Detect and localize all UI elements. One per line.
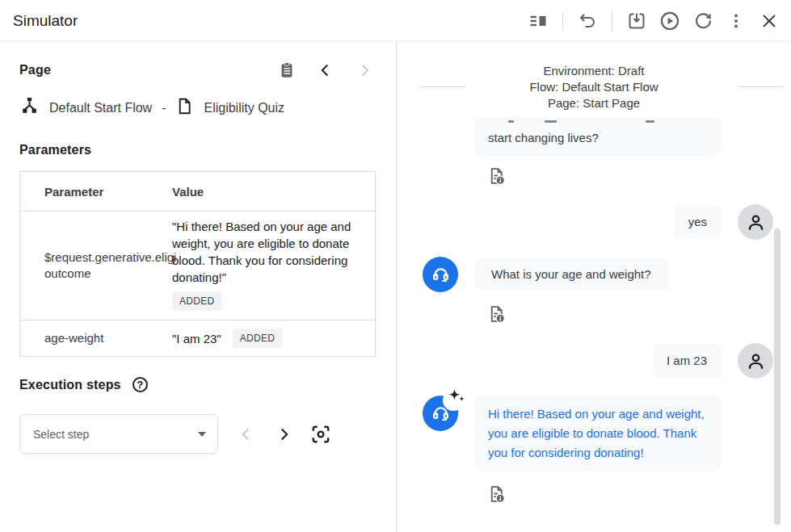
- header-rule-left: [419, 86, 465, 87]
- sparkle-icon: [444, 387, 469, 414]
- parameter-value: "I am 23": [172, 330, 221, 347]
- user-message-row: I am 23: [397, 343, 791, 379]
- original-response-icon[interactable]: [487, 166, 507, 186]
- page-section-header: Page: [19, 61, 377, 79]
- header-rule-right: [738, 86, 784, 87]
- user-avatar: [738, 343, 773, 379]
- clipped-text-fragment: [545, 120, 557, 123]
- original-response-icon[interactable]: [487, 304, 507, 325]
- table-row: $request.generative.eligi outcome "Hi th…: [20, 211, 375, 320]
- agent-message-bubble: start changing lives?: [475, 118, 721, 156]
- breadcrumb-separator: -: [162, 101, 166, 115]
- next-step-icon[interactable]: [275, 425, 292, 443]
- more-options-icon[interactable]: [726, 10, 747, 31]
- user-message-row: yes: [397, 204, 791, 240]
- page-panel: Page Default Start Flow - Eligibility Qu…: [0, 42, 396, 532]
- top-bar: Simulator: [0, 0, 791, 42]
- page-icon: [175, 97, 194, 119]
- table-row: age-weight "I am 23" ADDED: [20, 320, 375, 356]
- run-icon[interactable]: [659, 10, 680, 31]
- toolbar-divider: [562, 11, 563, 31]
- previous-step-icon[interactable]: [238, 425, 255, 443]
- agent-message-bubble: What is your age and weight?: [475, 258, 667, 291]
- reset-icon[interactable]: [692, 10, 713, 31]
- agent-avatar: [423, 257, 458, 292]
- parameter-value: "Hi there! Based on your age and weight,…: [172, 218, 367, 286]
- execution-steps-header: Execution steps ?: [19, 377, 377, 392]
- status-badge: ADDED: [233, 329, 283, 348]
- page-section-title: Page: [19, 63, 51, 77]
- page-label: Page: Start Page: [397, 95, 791, 111]
- step-select-dropdown[interactable]: Select step: [19, 414, 218, 454]
- agent-message-text: start changing lives?: [488, 130, 599, 146]
- parameters-table: Parameter Value $request.generative.elig…: [19, 171, 376, 357]
- column-header-value: Value: [172, 185, 375, 199]
- parameter-name-line1: $request.generative.eligi: [44, 249, 172, 266]
- parameters-table-header: Parameter Value: [20, 172, 375, 211]
- breadcrumb: Default Start Flow - Eligibility Quiz: [19, 96, 377, 119]
- simulator-chat-panel: Environment: Draft Flow: Default Start F…: [397, 42, 791, 532]
- user-message-bubble: yes: [675, 205, 721, 239]
- session-context-header: Environment: Draft Flow: Default Start F…: [397, 42, 791, 111]
- execution-steps-title: Execution steps: [19, 378, 121, 392]
- flow-icon: [19, 96, 40, 119]
- environment-label: Environment: Draft: [397, 63, 791, 79]
- agent-message-row: What is your age and weight?: [423, 257, 791, 292]
- toolbar: [528, 10, 780, 31]
- agent-avatar-generative: [423, 396, 458, 431]
- original-response-icon[interactable]: [487, 484, 507, 505]
- parameters-title: Parameters: [19, 143, 377, 157]
- clipped-text-fragment: [646, 120, 654, 123]
- chevron-down-icon: [198, 432, 206, 437]
- clipped-text-fragment: [508, 120, 514, 123]
- copy-page-icon[interactable]: [278, 61, 296, 79]
- app-title: Simulator: [13, 12, 78, 30]
- next-page-icon[interactable]: [356, 61, 373, 79]
- help-icon[interactable]: ?: [133, 377, 148, 392]
- agent-generative-message-bubble: Hi there! Based on your age and weight, …: [475, 396, 721, 471]
- user-message-bubble: I am 23: [653, 344, 721, 378]
- center-focus-icon[interactable]: [310, 424, 331, 445]
- flow-label: Flow: Default Start Flow: [397, 79, 791, 95]
- breadcrumb-flow-label[interactable]: Default Start Flow: [49, 101, 152, 115]
- dock-side-panel-icon[interactable]: [528, 10, 549, 31]
- close-icon[interactable]: [759, 10, 780, 31]
- parameter-name-line2: outcome: [44, 266, 172, 282]
- save-version-icon[interactable]: [626, 10, 647, 31]
- step-select-placeholder: Select step: [33, 428, 89, 441]
- status-badge: ADDED: [172, 291, 222, 311]
- chat-scrollbar[interactable]: [774, 228, 780, 525]
- column-header-parameter: Parameter: [20, 185, 172, 199]
- execution-steps-controls: Select step: [19, 414, 377, 454]
- parameter-name: age-weight: [20, 330, 172, 346]
- agent-message-row: Hi there! Based on your age and weight, …: [423, 396, 791, 471]
- breadcrumb-page-label[interactable]: Eligibility Quiz: [204, 101, 284, 115]
- toolbar-divider: [612, 11, 612, 31]
- user-avatar: [738, 204, 773, 240]
- previous-page-icon[interactable]: [317, 61, 334, 79]
- chat-transcript: start changing lives? yes What is your a…: [397, 118, 791, 505]
- undo-icon[interactable]: [577, 10, 598, 31]
